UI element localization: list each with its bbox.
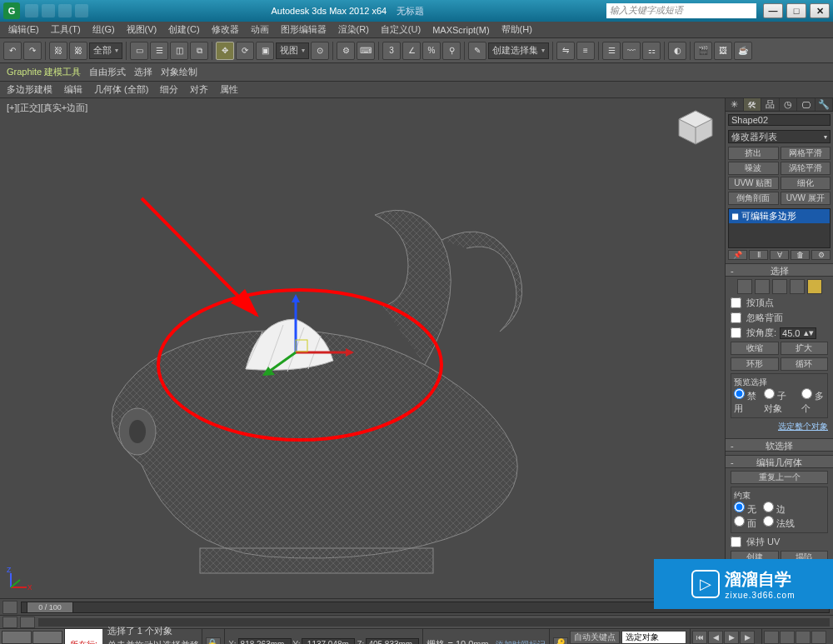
rollout-softsel-header[interactable]: 软选择 bbox=[726, 438, 833, 452]
spinner-snap-icon[interactable]: ⚲ bbox=[442, 42, 461, 60]
menu-create[interactable]: 创建(C) bbox=[163, 22, 204, 37]
zoom-icon[interactable] bbox=[796, 631, 811, 644]
render-icon[interactable]: ☕ bbox=[734, 42, 752, 60]
stack-item-editable-poly[interactable]: ◼ 可编辑多边形 bbox=[729, 209, 830, 223]
redo-icon[interactable]: ↷ bbox=[23, 42, 42, 60]
link-icon[interactable]: ⛓ bbox=[49, 42, 67, 60]
menu-tools[interactable]: 工具(T) bbox=[46, 22, 86, 37]
set-key-icon[interactable]: 🔑 bbox=[553, 637, 568, 645]
menu-animation[interactable]: 动画 bbox=[246, 22, 274, 37]
by-angle-spinner[interactable]: 45.0▴▾ bbox=[780, 327, 816, 339]
mod-meshsmooth-button[interactable]: 网格平滑 bbox=[781, 147, 831, 160]
rollout-editgeo-header[interactable]: 编辑几何体 bbox=[726, 455, 833, 468]
subobj-edge-icon[interactable] bbox=[755, 279, 770, 294]
menu-maxscript[interactable]: MAXScript(M) bbox=[427, 23, 494, 37]
grow-button[interactable]: 扩大 bbox=[781, 342, 829, 355]
maximize-button[interactable]: □ bbox=[786, 3, 806, 18]
constraint-normal-radio[interactable]: 法线 bbox=[763, 516, 795, 530]
lock-sel-icon[interactable]: 🔒 bbox=[206, 637, 221, 645]
trackbar-config-icon[interactable] bbox=[20, 617, 35, 628]
menu-edit[interactable]: 编辑(E) bbox=[3, 22, 44, 37]
menu-customize[interactable]: 自定义(U) bbox=[376, 22, 426, 37]
modifier-stack[interactable]: ◼ 可编辑多边形 bbox=[728, 208, 831, 248]
qat-open-icon[interactable] bbox=[25, 4, 38, 17]
angle-snap-icon[interactable]: ∠ bbox=[402, 42, 421, 60]
mod-extrude-button[interactable]: 挤出 bbox=[728, 147, 779, 160]
tab-display-icon[interactable]: 🖵 bbox=[797, 98, 816, 111]
by-vertex-checkbox[interactable]: 按顶点 bbox=[731, 297, 828, 309]
preview-multi-radio[interactable]: 多个 bbox=[801, 388, 825, 415]
arc-rotate-icon[interactable] bbox=[780, 631, 795, 644]
add-time-tag-button[interactable]: 添加时间标记 bbox=[492, 629, 549, 644]
schematic-icon[interactable]: ⚏ bbox=[642, 42, 661, 60]
mod-tessellate-button[interactable]: 细化 bbox=[781, 177, 831, 190]
qat-save-icon[interactable] bbox=[42, 4, 55, 17]
coord-y-input[interactable]: -1137.048m bbox=[302, 638, 355, 645]
ribbon-tab-freeform[interactable]: 自由形式 bbox=[89, 66, 126, 78]
preview-disable-radio[interactable]: 禁用 bbox=[734, 388, 757, 415]
preview-sub-radio[interactable]: 子对象 bbox=[764, 388, 794, 415]
unique-icon[interactable]: ∀ bbox=[770, 250, 789, 260]
ribbon-props[interactable]: 属性 bbox=[220, 83, 238, 96]
tab-create-icon[interactable]: ✳ bbox=[726, 98, 744, 111]
qat-redo-icon[interactable] bbox=[75, 4, 88, 17]
edit-named-sel-icon[interactable]: ✎ bbox=[468, 42, 486, 60]
menu-help[interactable]: 帮助(H) bbox=[496, 22, 537, 37]
goto-start-icon[interactable]: ⏮ bbox=[692, 631, 707, 644]
subobj-border-icon[interactable] bbox=[772, 279, 787, 294]
keyboard-shortcut-icon[interactable]: ⌨ bbox=[357, 42, 375, 60]
rotate-icon[interactable]: ⟳ bbox=[236, 42, 254, 60]
ribbon-subdiv[interactable]: 细分 bbox=[160, 83, 178, 96]
close-button[interactable]: ✕ bbox=[810, 3, 830, 18]
constraint-none-radio[interactable]: 无 bbox=[734, 502, 756, 516]
layers-icon[interactable]: ☰ bbox=[602, 42, 621, 60]
ribbon-align[interactable]: 对齐 bbox=[190, 83, 208, 96]
constraint-edge-radio[interactable]: 边 bbox=[763, 502, 786, 516]
key-target-dropdown[interactable]: 选定对象 bbox=[621, 631, 686, 644]
rollout-selection-header[interactable]: 选择 bbox=[726, 263, 833, 277]
menu-modifiers[interactable]: 修改器 bbox=[207, 22, 244, 37]
timeslider-prev-icon[interactable] bbox=[2, 601, 17, 614]
render-setup-icon[interactable]: 🎬 bbox=[694, 42, 712, 60]
next-frame-icon[interactable]: ▶ bbox=[740, 631, 755, 644]
qat-undo-icon[interactable] bbox=[58, 4, 72, 17]
select-name-icon[interactable]: ☰ bbox=[150, 42, 168, 60]
selection-filter-dropdown[interactable]: 全部 bbox=[89, 42, 122, 59]
window-crossing-icon[interactable]: ⧉ bbox=[190, 42, 208, 60]
ring-button[interactable]: 环形 bbox=[731, 357, 779, 371]
loop-button[interactable]: 循环 bbox=[781, 357, 829, 371]
remove-mod-icon[interactable]: 🗑 bbox=[791, 250, 810, 260]
subobj-polygon-icon[interactable] bbox=[790, 279, 805, 294]
ignore-backfacing-checkbox[interactable]: 忽略背面 bbox=[731, 312, 828, 324]
mod-unwrap-button[interactable]: UVW 展开 bbox=[781, 192, 831, 205]
time-thumb[interactable]: 0 / 100 bbox=[27, 602, 73, 613]
pin-stack-icon[interactable]: 📌 bbox=[728, 250, 747, 260]
unlink-icon[interactable]: ⛓̸ bbox=[69, 42, 87, 60]
object-name-input[interactable]: Shape02 bbox=[728, 114, 831, 126]
viewport-label[interactable]: [+][正交][真实+边面] bbox=[7, 102, 87, 114]
ribbon-tab-modeling[interactable]: Graphite 建模工具 bbox=[7, 66, 81, 78]
viewcube[interactable] bbox=[675, 107, 716, 148]
pivot-icon[interactable]: ⊙ bbox=[311, 42, 329, 60]
preserve-uv-checkbox[interactable]: 保持 UV bbox=[731, 536, 828, 548]
move-icon[interactable]: ✥ bbox=[216, 42, 234, 60]
show-end-icon[interactable]: Ⅱ bbox=[749, 250, 768, 260]
subobj-element-icon[interactable] bbox=[807, 279, 822, 294]
mirror-icon[interactable]: ⇋ bbox=[556, 42, 575, 60]
menu-grapheditors[interactable]: 图形编辑器 bbox=[276, 22, 332, 37]
align-icon[interactable]: ≡ bbox=[576, 42, 595, 60]
curve-editor-icon[interactable]: 〰 bbox=[622, 42, 641, 60]
select-icon[interactable]: ▭ bbox=[130, 42, 148, 60]
pan-icon[interactable] bbox=[764, 631, 779, 644]
render-frame-icon[interactable]: 🖼 bbox=[714, 42, 732, 60]
ribbon-poly-modeling[interactable]: 多边形建模 bbox=[7, 83, 52, 96]
play-icon[interactable]: ▶ bbox=[724, 631, 739, 644]
manipulate-icon[interactable]: ⚙ bbox=[337, 42, 355, 60]
constraint-face-radio[interactable]: 面 bbox=[734, 516, 756, 530]
percent-snap-icon[interactable]: % bbox=[422, 42, 441, 60]
app-logo[interactable]: G bbox=[3, 2, 20, 19]
prev-frame-icon[interactable]: ◀ bbox=[708, 631, 723, 644]
snap-toggle-icon[interactable]: 3 bbox=[382, 42, 401, 60]
subobj-vertex-icon[interactable] bbox=[737, 279, 752, 294]
ribbon-geometry[interactable]: 几何体 (全部) bbox=[94, 83, 148, 96]
